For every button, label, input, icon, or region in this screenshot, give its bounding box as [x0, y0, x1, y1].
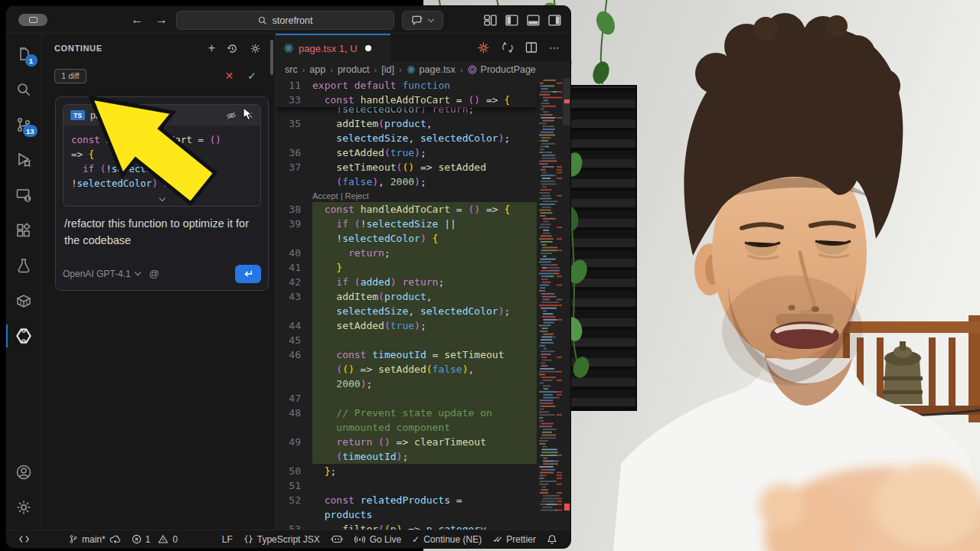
breadcrumb-symbol[interactable]: ProductPage — [481, 64, 536, 75]
diff-count-badge[interactable]: 1 diff — [54, 69, 87, 83]
explorer-badge: 1 — [25, 54, 38, 67]
beaker-icon — [15, 256, 33, 275]
sidebar-item-search[interactable] — [6, 72, 42, 107]
unsaved-dot-icon[interactable] — [365, 45, 371, 51]
expand-chevron-down-icon[interactable] — [158, 194, 165, 201]
code-line: !selectedColor) { — [276, 231, 537, 246]
git-branch-status[interactable]: main* — [64, 534, 126, 545]
notifications-bell[interactable] — [541, 534, 563, 545]
remote-monitor-icon — [15, 186, 33, 204]
eol-indicator[interactable]: LF — [217, 534, 238, 545]
git-branch-icon — [69, 534, 78, 544]
toggle-secondary-sidebar-icon[interactable] — [548, 14, 561, 27]
code-line: !selectedColor) return: — [71, 176, 256, 191]
code-line: 46 const timeoutId = setTimeout — [276, 347, 537, 362]
scm-badge: 13 — [23, 125, 38, 137]
eye-off-icon[interactable] — [226, 110, 237, 121]
command-center-search[interactable]: storefront — [176, 11, 394, 30]
code-line: selectedSize, selectedColor); — [276, 131, 537, 145]
continue-status[interactable]: ✓ Continue (NE) — [407, 534, 487, 545]
code-line: products — [276, 507, 537, 522]
sidebar-item-testing[interactable] — [6, 248, 42, 283]
symbol-class-icon — [468, 65, 477, 74]
editor-scrollbar[interactable] — [563, 78, 570, 126]
breadcrumb-id[interactable]: [id] — [381, 64, 394, 75]
toggle-panel-icon[interactable] — [527, 14, 540, 27]
code-line: const handleAddToCart = () — [71, 132, 256, 147]
code-line: 11export default function — [276, 78, 537, 93]
breadcrumb-product[interactable]: product — [338, 64, 370, 75]
accept-diff-icon[interactable]: ✓ — [247, 70, 256, 82]
language-mode[interactable]: TypeScript JSX — [238, 534, 325, 545]
sidebar-item-continue[interactable] — [6, 318, 42, 354]
code-line: 35 addItem(product, — [276, 116, 537, 131]
sidebar-item-run-debug[interactable] — [6, 142, 42, 178]
customize-layout-icon[interactable] — [484, 14, 497, 27]
more-actions-icon[interactable]: ⋯ — [549, 42, 560, 54]
warning-icon — [158, 534, 168, 544]
breadcrumb-src[interactable]: src — [285, 64, 298, 75]
cloud-upload-icon — [109, 535, 121, 544]
code-snippet: const handleAddToCart = ()=> { if (!sele… — [64, 126, 260, 192]
minimap[interactable] — [538, 78, 563, 530]
panel-title: CONTINUE — [54, 44, 103, 53]
overview-ruler[interactable] — [563, 78, 570, 530]
code-context-card: TS page.ts... ✕ const handleAddToCart = … — [63, 104, 261, 207]
send-button[interactable] — [235, 265, 261, 283]
continue-logo-icon — [14, 326, 34, 346]
back-arrow-icon[interactable]: ← — [131, 13, 143, 27]
go-live-button[interactable]: Go Live — [348, 534, 407, 545]
breadcrumb-app[interactable]: app — [309, 64, 325, 75]
code-line: unmounted component — [276, 420, 537, 435]
model-selector[interactable]: OpenAI GPT-4.1 — [63, 269, 140, 279]
code-line: 48 // Prevent state update on — [276, 406, 537, 420]
problems-status[interactable]: 1 0 — [126, 534, 183, 545]
remote-icon — [19, 534, 29, 544]
breadcrumb[interactable]: src› app› product› [id]› page.tsx› Produ… — [276, 61, 570, 78]
breadcrumb-file[interactable]: page.tsx — [420, 64, 456, 75]
sticky-scroll: 11export default function33 const handle… — [276, 78, 537, 107]
code-editor[interactable]: 11export default function33 const handle… — [276, 78, 570, 530]
code-line: 51 — [276, 478, 537, 493]
debug-icon — [15, 151, 33, 169]
split-editor-icon[interactable] — [525, 41, 537, 54]
gear-icon[interactable] — [250, 43, 261, 54]
close-icon[interactable]: ✕ — [246, 110, 253, 121]
continue-input-box[interactable]: TS page.ts... ✕ const handleAddToCart = … — [55, 96, 269, 291]
tab-page-tsx[interactable]: page.tsx 1, U — [276, 34, 390, 61]
chat-menu-button[interactable] — [402, 11, 443, 30]
sidebar-item-remote-explorer[interactable] — [6, 178, 42, 213]
codelens-accept-reject[interactable]: Accept | Reject — [276, 189, 369, 202]
return-icon — [243, 269, 253, 279]
remote-indicator[interactable] — [14, 534, 34, 544]
sidebar-item-source-control[interactable]: 13 — [6, 107, 42, 142]
sync-changes-icon[interactable] — [501, 41, 514, 54]
add-context-button[interactable]: @ — [149, 268, 159, 279]
sidebar-item-explorer[interactable]: 1 — [6, 37, 42, 72]
prompt-input-text[interactable]: /refactor this function to optimize it f… — [64, 216, 260, 249]
search-value: storefront — [273, 15, 313, 26]
new-session-icon[interactable]: + — [208, 41, 215, 55]
toggle-primary-sidebar-icon[interactable] — [505, 14, 518, 27]
history-icon[interactable] — [227, 43, 238, 54]
container-icon — [15, 292, 33, 310]
extensions-icon — [15, 221, 33, 240]
code-line: 37 setTimeout(() => setAdded — [276, 160, 537, 174]
prettier-status[interactable]: ✓✓ Prettier — [487, 534, 541, 545]
search-icon — [258, 16, 267, 25]
window-control-pill[interactable] — [18, 14, 47, 26]
code-lines: 35 addItem(product, selectedSize, select… — [276, 116, 537, 530]
sidebar-item-settings[interactable] — [6, 490, 42, 525]
broadcast-icon — [354, 535, 366, 544]
sidebar-item-extensions[interactable] — [6, 213, 42, 248]
forward-arrow-icon[interactable]: → — [155, 13, 168, 27]
copilot-status[interactable] — [325, 534, 348, 544]
tab-problem-badge: 1, U — [339, 43, 358, 54]
reject-diff-icon[interactable]: ✕ — [225, 70, 234, 82]
sidebar-item-accounts[interactable] — [6, 455, 42, 490]
sidebar-item-containers[interactable] — [6, 283, 42, 318]
video-frame: ← → storefront 1 — [0, 0, 980, 551]
code-line: (() => setAdded(false), — [276, 362, 537, 377]
code-line: 49 return () => clearTimeout — [276, 435, 537, 449]
continue-sparkle-icon[interactable] — [477, 41, 490, 54]
